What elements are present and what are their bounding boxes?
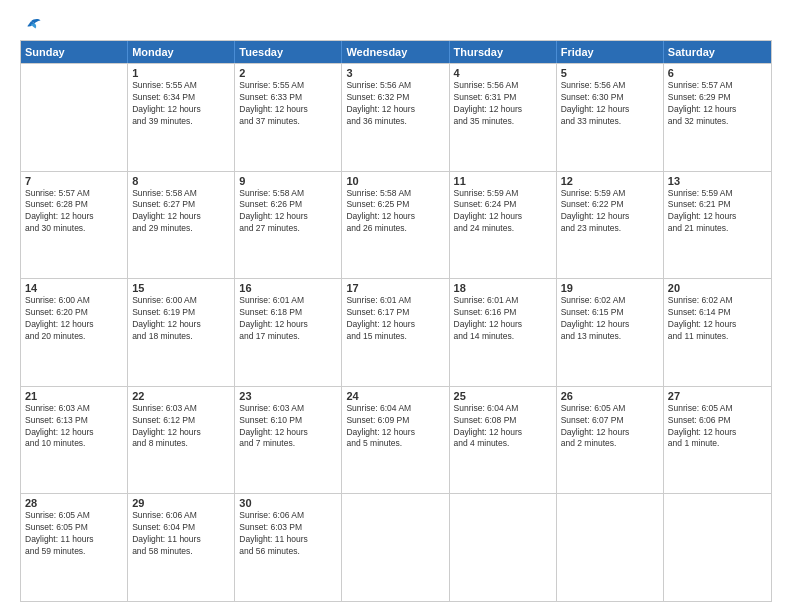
- calendar-cell: 22Sunrise: 6:03 AMSunset: 6:12 PMDayligh…: [128, 387, 235, 494]
- day-info: Sunrise: 6:06 AMSunset: 6:04 PMDaylight:…: [132, 510, 230, 558]
- day-number: 29: [132, 497, 230, 509]
- calendar-cell: 23Sunrise: 6:03 AMSunset: 6:10 PMDayligh…: [235, 387, 342, 494]
- page: SundayMondayTuesdayWednesdayThursdayFrid…: [0, 0, 792, 612]
- calendar-header-day: Monday: [128, 41, 235, 63]
- calendar-cell: 6Sunrise: 5:57 AMSunset: 6:29 PMDaylight…: [664, 64, 771, 171]
- day-info: Sunrise: 5:59 AMSunset: 6:22 PMDaylight:…: [561, 188, 659, 236]
- calendar-body: 1Sunrise: 5:55 AMSunset: 6:34 PMDaylight…: [21, 63, 771, 601]
- calendar-cell: [664, 494, 771, 601]
- day-number: 10: [346, 175, 444, 187]
- calendar-cell: 10Sunrise: 5:58 AMSunset: 6:25 PMDayligh…: [342, 172, 449, 279]
- calendar-header-day: Saturday: [664, 41, 771, 63]
- calendar-cell: [21, 64, 128, 171]
- day-number: 25: [454, 390, 552, 402]
- day-number: 12: [561, 175, 659, 187]
- logo: [20, 18, 46, 36]
- day-number: 18: [454, 282, 552, 294]
- day-info: Sunrise: 5:55 AMSunset: 6:34 PMDaylight:…: [132, 80, 230, 128]
- day-info: Sunrise: 6:00 AMSunset: 6:19 PMDaylight:…: [132, 295, 230, 343]
- day-info: Sunrise: 5:58 AMSunset: 6:25 PMDaylight:…: [346, 188, 444, 236]
- day-number: 19: [561, 282, 659, 294]
- day-number: 8: [132, 175, 230, 187]
- day-number: 23: [239, 390, 337, 402]
- calendar-cell: 19Sunrise: 6:02 AMSunset: 6:15 PMDayligh…: [557, 279, 664, 386]
- day-info: Sunrise: 6:02 AMSunset: 6:15 PMDaylight:…: [561, 295, 659, 343]
- day-number: 3: [346, 67, 444, 79]
- day-number: 20: [668, 282, 767, 294]
- day-number: 30: [239, 497, 337, 509]
- day-info: Sunrise: 6:03 AMSunset: 6:12 PMDaylight:…: [132, 403, 230, 451]
- calendar-header-day: Wednesday: [342, 41, 449, 63]
- day-number: 27: [668, 390, 767, 402]
- calendar-cell: 30Sunrise: 6:06 AMSunset: 6:03 PMDayligh…: [235, 494, 342, 601]
- calendar-cell: 24Sunrise: 6:04 AMSunset: 6:09 PMDayligh…: [342, 387, 449, 494]
- day-number: 7: [25, 175, 123, 187]
- day-number: 9: [239, 175, 337, 187]
- calendar-cell: 17Sunrise: 6:01 AMSunset: 6:17 PMDayligh…: [342, 279, 449, 386]
- calendar-cell: 26Sunrise: 6:05 AMSunset: 6:07 PMDayligh…: [557, 387, 664, 494]
- calendar-cell: 1Sunrise: 5:55 AMSunset: 6:34 PMDaylight…: [128, 64, 235, 171]
- day-info: Sunrise: 5:56 AMSunset: 6:31 PMDaylight:…: [454, 80, 552, 128]
- calendar-cell: 18Sunrise: 6:01 AMSunset: 6:16 PMDayligh…: [450, 279, 557, 386]
- calendar-row: 7Sunrise: 5:57 AMSunset: 6:28 PMDaylight…: [21, 171, 771, 279]
- day-info: Sunrise: 5:59 AMSunset: 6:21 PMDaylight:…: [668, 188, 767, 236]
- day-info: Sunrise: 5:55 AMSunset: 6:33 PMDaylight:…: [239, 80, 337, 128]
- calendar-row: 21Sunrise: 6:03 AMSunset: 6:13 PMDayligh…: [21, 386, 771, 494]
- calendar-cell: 28Sunrise: 6:05 AMSunset: 6:05 PMDayligh…: [21, 494, 128, 601]
- day-info: Sunrise: 5:56 AMSunset: 6:30 PMDaylight:…: [561, 80, 659, 128]
- day-info: Sunrise: 6:01 AMSunset: 6:16 PMDaylight:…: [454, 295, 552, 343]
- calendar-cell: 14Sunrise: 6:00 AMSunset: 6:20 PMDayligh…: [21, 279, 128, 386]
- calendar-header-day: Friday: [557, 41, 664, 63]
- calendar-cell: 8Sunrise: 5:58 AMSunset: 6:27 PMDaylight…: [128, 172, 235, 279]
- day-info: Sunrise: 5:58 AMSunset: 6:26 PMDaylight:…: [239, 188, 337, 236]
- calendar-cell: 15Sunrise: 6:00 AMSunset: 6:19 PMDayligh…: [128, 279, 235, 386]
- day-info: Sunrise: 6:05 AMSunset: 6:07 PMDaylight:…: [561, 403, 659, 451]
- calendar-cell: 16Sunrise: 6:01 AMSunset: 6:18 PMDayligh…: [235, 279, 342, 386]
- day-number: 28: [25, 497, 123, 509]
- calendar-header: SundayMondayTuesdayWednesdayThursdayFrid…: [21, 41, 771, 63]
- day-number: 24: [346, 390, 444, 402]
- calendar-cell: 5Sunrise: 5:56 AMSunset: 6:30 PMDaylight…: [557, 64, 664, 171]
- day-info: Sunrise: 6:05 AMSunset: 6:06 PMDaylight:…: [668, 403, 767, 451]
- day-number: 6: [668, 67, 767, 79]
- day-info: Sunrise: 6:03 AMSunset: 6:13 PMDaylight:…: [25, 403, 123, 451]
- day-number: 15: [132, 282, 230, 294]
- day-number: 5: [561, 67, 659, 79]
- calendar-cell: 27Sunrise: 6:05 AMSunset: 6:06 PMDayligh…: [664, 387, 771, 494]
- calendar-header-day: Thursday: [450, 41, 557, 63]
- day-info: Sunrise: 6:02 AMSunset: 6:14 PMDaylight:…: [668, 295, 767, 343]
- day-number: 22: [132, 390, 230, 402]
- day-number: 14: [25, 282, 123, 294]
- calendar-cell: 2Sunrise: 5:55 AMSunset: 6:33 PMDaylight…: [235, 64, 342, 171]
- day-info: Sunrise: 6:03 AMSunset: 6:10 PMDaylight:…: [239, 403, 337, 451]
- day-info: Sunrise: 6:04 AMSunset: 6:09 PMDaylight:…: [346, 403, 444, 451]
- calendar-cell: 7Sunrise: 5:57 AMSunset: 6:28 PMDaylight…: [21, 172, 128, 279]
- calendar-cell: 25Sunrise: 6:04 AMSunset: 6:08 PMDayligh…: [450, 387, 557, 494]
- calendar-cell: [557, 494, 664, 601]
- header: [20, 18, 772, 36]
- day-info: Sunrise: 6:00 AMSunset: 6:20 PMDaylight:…: [25, 295, 123, 343]
- day-info: Sunrise: 6:01 AMSunset: 6:18 PMDaylight:…: [239, 295, 337, 343]
- calendar: SundayMondayTuesdayWednesdayThursdayFrid…: [20, 40, 772, 602]
- day-number: 16: [239, 282, 337, 294]
- day-number: 13: [668, 175, 767, 187]
- calendar-cell: 12Sunrise: 5:59 AMSunset: 6:22 PMDayligh…: [557, 172, 664, 279]
- calendar-cell: 13Sunrise: 5:59 AMSunset: 6:21 PMDayligh…: [664, 172, 771, 279]
- calendar-cell: 4Sunrise: 5:56 AMSunset: 6:31 PMDaylight…: [450, 64, 557, 171]
- calendar-row: 14Sunrise: 6:00 AMSunset: 6:20 PMDayligh…: [21, 278, 771, 386]
- day-info: Sunrise: 5:58 AMSunset: 6:27 PMDaylight:…: [132, 188, 230, 236]
- calendar-cell: [342, 494, 449, 601]
- day-info: Sunrise: 5:59 AMSunset: 6:24 PMDaylight:…: [454, 188, 552, 236]
- calendar-cell: 29Sunrise: 6:06 AMSunset: 6:04 PMDayligh…: [128, 494, 235, 601]
- day-info: Sunrise: 6:01 AMSunset: 6:17 PMDaylight:…: [346, 295, 444, 343]
- calendar-cell: 3Sunrise: 5:56 AMSunset: 6:32 PMDaylight…: [342, 64, 449, 171]
- calendar-row: 1Sunrise: 5:55 AMSunset: 6:34 PMDaylight…: [21, 63, 771, 171]
- calendar-header-day: Sunday: [21, 41, 128, 63]
- day-info: Sunrise: 6:04 AMSunset: 6:08 PMDaylight:…: [454, 403, 552, 451]
- calendar-header-day: Tuesday: [235, 41, 342, 63]
- day-info: Sunrise: 6:06 AMSunset: 6:03 PMDaylight:…: [239, 510, 337, 558]
- day-info: Sunrise: 5:56 AMSunset: 6:32 PMDaylight:…: [346, 80, 444, 128]
- calendar-cell: 20Sunrise: 6:02 AMSunset: 6:14 PMDayligh…: [664, 279, 771, 386]
- day-number: 11: [454, 175, 552, 187]
- calendar-cell: 9Sunrise: 5:58 AMSunset: 6:26 PMDaylight…: [235, 172, 342, 279]
